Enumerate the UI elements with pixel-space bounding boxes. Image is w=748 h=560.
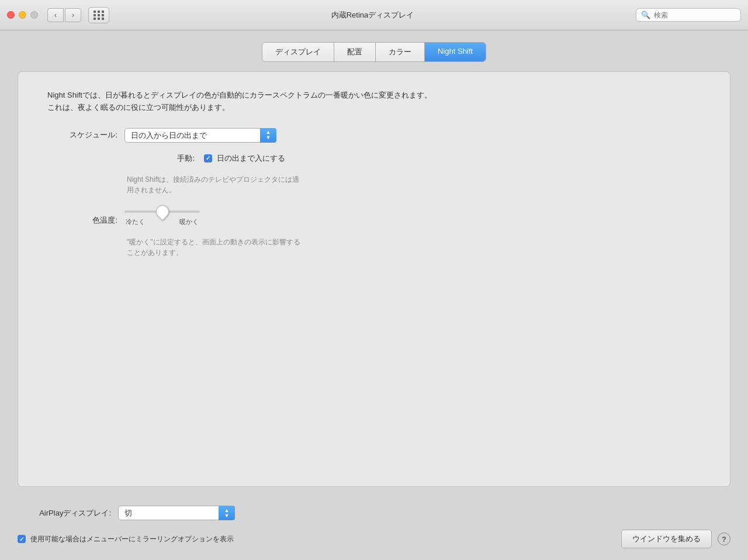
tab-arrangement[interactable]: 配置 bbox=[334, 43, 376, 61]
checkmark-icon: ✓ bbox=[206, 155, 210, 161]
schedule-label: スケジュール: bbox=[47, 130, 117, 140]
cold-label: 冷たく bbox=[126, 217, 145, 226]
search-box[interactable]: 🔍 bbox=[636, 8, 741, 22]
schedule-select[interactable]: 日の入から日の出まで bbox=[124, 128, 276, 143]
close-button[interactable] bbox=[7, 11, 15, 19]
schedule-select-wrapper: 日の入から日の出まで ▲ ▼ bbox=[124, 128, 276, 143]
mirror-checkbox-label: 使用可能な場合はメニューバーにミラーリングオプションを表示 bbox=[30, 534, 234, 544]
maximize-button[interactable] bbox=[30, 11, 38, 19]
airplay-select-wrapper: 切 ▲ ▼ bbox=[118, 506, 235, 520]
airplay-row: AirPlayディスプレイ: 切 ▲ ▼ bbox=[18, 506, 730, 520]
description-text: Night Shiftでは、日が暮れるとディスプレイの色が自動的にカラースペクト… bbox=[47, 89, 433, 114]
airplay-select[interactable]: 切 bbox=[118, 506, 235, 520]
manual-checkbox-label: 日の出まで入にする bbox=[217, 153, 285, 164]
traffic-lights bbox=[7, 11, 38, 19]
slider-section: 冷たく 暖かく bbox=[124, 210, 200, 226]
night-shift-panel: Night Shiftでは、日が暮れるとディスプレイの色が自動的にカラースペクト… bbox=[18, 71, 730, 487]
minimize-button[interactable] bbox=[19, 11, 26, 19]
mirror-checkbox[interactable]: ✓ bbox=[18, 535, 26, 543]
mirror-checkmark-icon: ✓ bbox=[19, 536, 24, 542]
color-temp-label: 色温度: bbox=[47, 215, 117, 226]
tab-display[interactable]: ディスプレイ bbox=[262, 43, 334, 61]
main-content: ディスプレイ 配置 カラー Night Shift Night Shiftでは、… bbox=[0, 30, 748, 560]
grid-button[interactable] bbox=[88, 7, 109, 23]
right-controls: ウインドウを集める ? bbox=[621, 530, 730, 548]
back-button[interactable]: ‹ bbox=[47, 8, 64, 22]
gather-windows-button[interactable]: ウインドウを集める bbox=[621, 530, 712, 548]
bottom-section: AirPlayディスプレイ: 切 ▲ ▼ ✓ 使用可能な場合はメニューバーにミラ… bbox=[18, 496, 730, 548]
mirror-checkbox-row: ✓ 使用可能な場合はメニューバーにミラーリングオプションを表示 bbox=[18, 534, 234, 544]
slider-note: "暖かく"に設定すると、画面上の動きの表示に影響することがあります。 bbox=[127, 237, 302, 258]
manual-row: 手動: ✓ 日の出まで入にする bbox=[124, 153, 701, 164]
search-icon: 🔍 bbox=[641, 11, 650, 19]
tab-container: ディスプレイ 配置 カラー Night Shift bbox=[262, 42, 486, 62]
manual-label: 手動: bbox=[124, 153, 195, 164]
forward-button[interactable]: › bbox=[65, 8, 81, 22]
titlebar: ‹ › 内蔵Retinaディスプレイ 🔍 bbox=[0, 0, 748, 30]
window-title: 内蔵Retinaディスプレイ bbox=[114, 10, 631, 20]
note-text: Night Shiftは、接続済みのテレビやプロジェクタには適用されません。 bbox=[127, 174, 302, 195]
search-input[interactable] bbox=[654, 11, 724, 19]
color-temp-row: 色温度: 冷たく 暖かく bbox=[47, 210, 701, 226]
color-temp-slider[interactable] bbox=[124, 210, 200, 213]
tab-nightshift[interactable]: Night Shift bbox=[425, 43, 486, 61]
manual-checkbox-row: ✓ 日の出まで入にする bbox=[204, 153, 285, 164]
form-section: スケジュール: 日の入から日の出まで ▲ ▼ 手動: ✓ bbox=[47, 128, 701, 258]
schedule-row: スケジュール: 日の入から日の出まで ▲ ▼ bbox=[47, 128, 701, 143]
airplay-label: AirPlayディスプレイ: bbox=[18, 508, 111, 518]
warm-label: 暖かく bbox=[179, 217, 199, 226]
nav-buttons: ‹ › bbox=[47, 8, 81, 22]
tab-color[interactable]: カラー bbox=[376, 43, 425, 61]
tabs-row: ディスプレイ 配置 カラー Night Shift bbox=[18, 42, 730, 62]
manual-checkbox[interactable]: ✓ bbox=[204, 154, 212, 163]
help-button[interactable]: ? bbox=[718, 533, 730, 545]
grid-icon bbox=[94, 11, 105, 20]
bottom-controls: ✓ 使用可能な場合はメニューバーにミラーリングオプションを表示 ウインドウを集め… bbox=[18, 527, 730, 548]
